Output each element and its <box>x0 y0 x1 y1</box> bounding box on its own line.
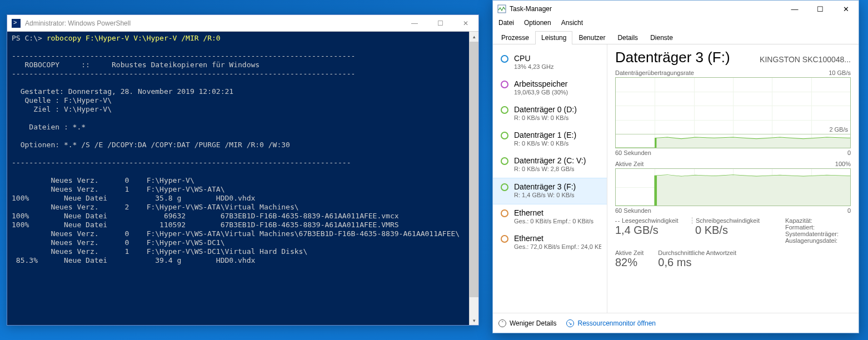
ps-started: Gestartet: Donnerstag, 28. November 2019… <box>12 87 233 96</box>
disk3-sub: R: 1,4 GB/s W: 0 KB/s <box>514 192 601 198</box>
sidebar-item-ethernet2[interactable]: Ethernet Ges.: 72,0 KBit/s Empf.: 24,0 K… <box>493 230 607 256</box>
scroll-down-icon[interactable]: ▾ <box>470 316 479 325</box>
tab-services[interactable]: Dienste <box>644 31 679 44</box>
menubar: Datei Optionen Ansicht <box>493 17 859 28</box>
stat-write-value: 0 KB/s <box>692 224 781 237</box>
stat-resp-label: Durchschnittliche Antwortzeit <box>658 249 736 256</box>
scroll-up-icon[interactable]: ▴ <box>470 32 479 41</box>
sidebar-item-ethernet1[interactable]: Ethernet Ges.: 0 KBit/s Empf.: 0 KBit/s <box>493 204 607 230</box>
stat-write-label: Schreibgeschwindigkeit <box>696 217 760 224</box>
ps-line: Neues Verz. 0 F:\Hyper-V\WS-ATA\Virtual … <box>12 229 460 238</box>
cpu-icon <box>501 55 508 63</box>
disk-icon <box>501 132 508 139</box>
sidebar-item-disk3[interactable]: Datenträger 3 (F:) R: 1,4 GB/s W: 0 KB/s <box>493 178 607 204</box>
task-manager-footer: ˄ Weniger Details ↘ Ressourcenmonitor öf… <box>493 313 859 333</box>
disk0-sub: R: 0 KB/s W: 0 KB/s <box>514 114 601 121</box>
ps-line: 85.3% Neue Datei 39.4 g HDD0.vhdx <box>12 256 255 264</box>
mini-formatted: Formatiert: <box>785 224 851 231</box>
chart1-xl: 60 Sekunden <box>615 149 651 156</box>
performance-content: CPU 13% 4,23 GHz Arbeitsspeicher 19,0/63… <box>493 44 859 313</box>
ps-divider: ----------------------------------------… <box>12 52 355 60</box>
menu-view[interactable]: Ansicht <box>561 19 583 27</box>
tab-users[interactable]: Benutzer <box>572 31 611 44</box>
mini-capacity: Kapazität: <box>785 217 851 224</box>
performance-detail: Datenträger 3 (F:) KINGSTON SKC100048...… <box>607 44 859 313</box>
ps-line: Neues Verz. 2 F:\Hyper-V\WS-ATA\Virtual … <box>12 203 299 211</box>
performance-sidebar: CPU 13% 4,23 GHz Arbeitsspeicher 19,0/63… <box>493 44 607 313</box>
fewer-details-button[interactable]: ˄ Weniger Details <box>498 319 556 327</box>
sidebar-item-disk2[interactable]: Datenträger 2 (C: V:) R: 0 KB/s W: 2,8 G… <box>493 152 607 178</box>
chevron-up-icon: ˄ <box>498 319 506 327</box>
ps-line: 100% Neue Datei 110592 67B3EB1D-F16B-463… <box>12 221 399 229</box>
ps-command: robocopy F:\Hyper-V V:\Hyper-V /MIR /R:0 <box>47 34 221 42</box>
sidebar-item-disk1[interactable]: Datenträger 1 (E:) R: 0 KB/s W: 0 KB/s <box>493 127 607 152</box>
ethernet-icon <box>501 235 508 243</box>
tab-processes[interactable]: Prozesse <box>495 31 535 44</box>
ps-header: ROBOCOPY :: Robustes Dateikopieren für W… <box>12 61 260 69</box>
chart1-xr: 0 <box>847 149 851 156</box>
minimize-button[interactable]: — <box>782 1 807 17</box>
close-button[interactable]: ✕ <box>453 15 478 32</box>
svg-marker-1 <box>616 138 850 148</box>
ps-divider: ----------------------------------------… <box>12 158 351 167</box>
ethernet1-title: Ethernet <box>514 208 601 218</box>
ethernet-icon <box>501 209 508 217</box>
maximize-button[interactable]: ☐ <box>807 1 833 17</box>
ps-options: Optionen: *.* /S /E /DCOPY:DA /COPY:DAT … <box>12 141 290 149</box>
mini-sys: Systemdatenträger: <box>785 231 851 237</box>
chart2-label: Aktive Zeit <box>615 161 643 167</box>
ps-prompt: PS C:\> <box>12 34 47 42</box>
sidebar-item-memory[interactable]: Arbeitsspeicher 19,0/63,9 GB (30%) <box>493 76 607 101</box>
open-resource-monitor-link[interactable]: ↘ Ressourcenmonitor öffnen <box>566 319 656 327</box>
powershell-icon <box>12 19 21 28</box>
stat-resp-value: 0,6 ms <box>658 256 736 269</box>
disk-icon <box>501 157 508 165</box>
ps-dest: Ziel : V:\Hyper-V\ <box>12 105 112 113</box>
cpu-title: CPU <box>514 53 601 63</box>
scroll-thumb[interactable] <box>469 42 478 297</box>
powershell-titlebar[interactable]: Administrator: Windows PowerShell — ☐ ✕ <box>7 15 478 32</box>
close-button[interactable]: ✕ <box>833 1 859 17</box>
mini-page: Auslagerungsdatei: <box>785 237 851 244</box>
powershell-console[interactable]: PS C:\> robocopy F:\Hyper-V V:\Hyper-V /… <box>7 32 478 325</box>
ps-line: 100% Neue Datei 35.8 g HDD0.vhdx <box>12 194 255 202</box>
stat-read-label: Lesegeschwindigkeit <box>622 217 679 224</box>
chart1-label: Datenträgerübertragungsrate <box>615 69 694 76</box>
ethernet1-sub: Ges.: 0 KBit/s Empf.: 0 KBit/s <box>514 218 601 224</box>
ps-line: Neues Verz. 1 F:\Hyper-V\WS-DC1\Virtual … <box>12 247 307 256</box>
stat-read-value: 1,4 GB/s <box>615 224 687 237</box>
memory-icon <box>501 81 508 88</box>
ps-files: Dateien : *.* <box>12 123 86 131</box>
powershell-title: Administrator: Windows PowerShell <box>25 19 402 27</box>
ps-line: Neues Verz. 0 F:\Hyper-V\WS-DC1\ <box>12 238 225 247</box>
scrollbar[interactable]: ▴ ▾ <box>469 32 478 325</box>
ps-source: Quelle : F:\Hyper-V\ <box>12 96 112 104</box>
tab-details[interactable]: Details <box>611 31 644 44</box>
ps-line: Neues Verz. 1 F:\Hyper-V\WS-ATA\ <box>12 185 225 193</box>
disk2-sub: R: 0 KB/s W: 2,8 GB/s <box>514 166 601 172</box>
active-time-chart <box>615 168 851 206</box>
powershell-window: Administrator: Windows PowerShell — ☐ ✕ … <box>7 14 479 326</box>
disk2-title: Datenträger 2 (C: V:) <box>514 156 601 166</box>
menu-file[interactable]: Datei <box>498 19 514 27</box>
minimize-button[interactable]: — <box>402 15 427 32</box>
resource-monitor-icon: ↘ <box>566 319 574 327</box>
ethernet2-title: Ethernet <box>514 233 601 243</box>
tabbar: Prozesse Leistung Benutzer Details Diens… <box>493 28 859 44</box>
tab-performance[interactable]: Leistung <box>535 31 572 44</box>
disk1-sub: R: 0 KB/s W: 0 KB/s <box>514 140 601 147</box>
sidebar-item-cpu[interactable]: CPU 13% 4,23 GHz <box>493 50 607 76</box>
disk-icon <box>501 183 508 191</box>
disk-icon <box>501 106 508 114</box>
memory-sub: 19,0/63,9 GB (30%) <box>514 89 601 96</box>
task-manager-icon <box>497 4 506 13</box>
task-manager-titlebar[interactable]: Task-Manager — ☐ ✕ <box>493 1 859 17</box>
fewer-details-label: Weniger Details <box>510 319 556 327</box>
menu-options[interactable]: Optionen <box>524 19 551 27</box>
chart2-xl: 60 Sekunden <box>615 207 651 214</box>
svg-marker-2 <box>616 176 850 206</box>
task-manager-window: Task-Manager — ☐ ✕ Datei Optionen Ansich… <box>492 0 859 333</box>
memory-title: Arbeitsspeicher <box>514 79 601 89</box>
maximize-button[interactable]: ☐ <box>427 15 453 32</box>
sidebar-item-disk0[interactable]: Datenträger 0 (D:) R: 0 KB/s W: 0 KB/s <box>493 101 607 127</box>
